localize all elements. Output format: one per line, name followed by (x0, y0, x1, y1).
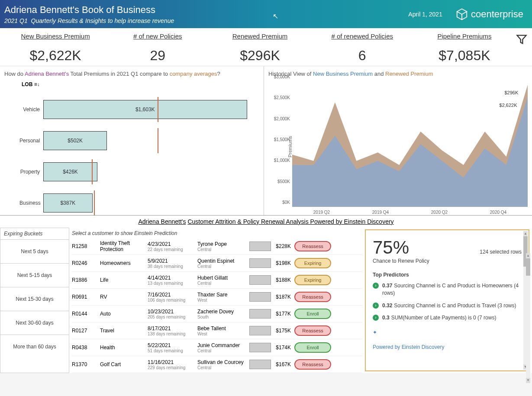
agent: Junie CommanderCentral (197, 342, 249, 353)
bucket-item[interactable]: Next 5-15 days (0, 263, 69, 287)
renew-percent: 75% (373, 237, 429, 258)
bar-row[interactable]: Business $387K (19, 187, 259, 219)
table-prompt: Select a customer to show Einstein Predi… (72, 228, 362, 238)
x-tick: 2019 Q4 (372, 210, 389, 215)
expiry-date: 10/23/2021205 days remaining (148, 309, 197, 319)
y-tick: $2,000K (274, 116, 290, 121)
kpi-renewed-premium[interactable]: Renewed Premium $296K (209, 32, 311, 64)
sparkline (249, 326, 271, 335)
renew-label: Chance to Renew Policy (373, 258, 429, 264)
filter-icon[interactable] (516, 33, 528, 45)
table-row[interactable]: R1258 Identity Theft Protection 4/23/202… (72, 238, 362, 255)
bar-category: Personal (19, 138, 43, 144)
bar-row[interactable]: Property $426K (19, 156, 259, 187)
sparkline (249, 292, 271, 302)
table-scrollbar[interactable]: ▲ ▼ (526, 253, 530, 383)
premium-value: $175K (273, 328, 294, 334)
table-row[interactable]: R0691 RV 7/16/2021106 days remaining Tha… (72, 289, 362, 306)
chart-callout: $296K (504, 90, 518, 95)
bar-category: Property (19, 169, 43, 175)
arrow-right-icon: › (373, 283, 379, 289)
table-row[interactable]: R1370 Golf Cart 11/16/2021229 days remai… (72, 356, 362, 373)
sparkline (249, 343, 271, 352)
bucket-item[interactable]: More than 60 days (0, 335, 69, 358)
premium-value: $187K (273, 294, 294, 300)
scroll-down-icon[interactable]: ▼ (526, 378, 530, 383)
policy-id: R0144 (72, 311, 100, 317)
action-pill-enroll[interactable]: Enroll (294, 309, 331, 319)
agent: Sullivan de CourceyCentral (197, 359, 249, 370)
agent: Tyrone PopeCentral (197, 241, 249, 252)
bar-category: Vehicle (19, 106, 43, 113)
bar-reference-line (158, 97, 158, 122)
expiring-buckets: Expiring Buckets Next 5 daysNext 5-15 da… (0, 228, 69, 373)
scroll-thumb[interactable] (526, 258, 530, 276)
predictor-item: › 0.32Sourcing Channel is C and Product … (373, 302, 522, 309)
sparkline (249, 275, 271, 285)
action-pill-enroll[interactable]: Enroll (294, 342, 331, 353)
bucket-item[interactable]: Next 5 days (0, 239, 69, 263)
kpi-renewed-policies[interactable]: # of renewed Policies 6 (311, 32, 413, 64)
sparkline (249, 360, 271, 369)
product: RV (100, 294, 148, 300)
expiry-date: 4/23/202122 days remaining (148, 241, 197, 252)
action-pill-reassess[interactable]: Reassess (294, 325, 331, 336)
x-tick: 2020 Q4 (490, 210, 506, 215)
kpi-new-policies[interactable]: # of new Policies 29 (106, 32, 209, 64)
scroll-up-icon[interactable]: ▲ (523, 231, 528, 236)
arrow-right-icon: › (373, 315, 379, 321)
report-date: April 1, 2021 (408, 11, 442, 18)
agent: Quentin EspinetCentral (197, 258, 249, 269)
policy-id: R0127 (72, 328, 100, 334)
einstein-panel: 75% Chance to Renew Policy 124 selected … (365, 229, 529, 371)
bar-reference-line (158, 128, 158, 153)
bar-row[interactable]: Personal $502K (19, 125, 259, 156)
kpi-new-business-premium[interactable]: New Business Premium $2,622K (4, 32, 106, 64)
x-tick: 2020 Q2 (431, 210, 448, 215)
scroll-up-icon[interactable]: ▲ (526, 253, 530, 258)
bucket-item[interactable]: Next 30-60 days (0, 311, 69, 335)
action-pill-reassess[interactable]: Reassess (294, 241, 331, 251)
chart-callout: $2,622K (500, 103, 517, 108)
powered-by-link[interactable]: Powered by Einstein Discovery (373, 344, 522, 350)
product: Identity Theft Protection (100, 240, 148, 252)
premium-value: $174K (273, 344, 294, 351)
policy-id: R1258 (72, 243, 100, 249)
y-tick: $3,000K (274, 74, 290, 79)
product: Golf Cart (100, 361, 148, 367)
table-row[interactable]: R0246 Homeowners 5/9/202138 days remaini… (72, 255, 362, 272)
table-row[interactable]: R0438 Health 5/22/202151 days remaining … (72, 339, 362, 356)
policy-id: R0246 (72, 260, 100, 266)
y-tick: $500K (277, 179, 290, 184)
header-bar: Adriena Bennett's Book of Business 2021 … (0, 0, 532, 28)
table-row[interactable]: R1886 Life 4/14/202113 days remaining Hu… (72, 272, 362, 289)
bucket-item[interactable]: Next 15-30 days (0, 287, 69, 311)
kpi-pipeline-premiums[interactable]: Pipeline Premiums $7,085K (413, 32, 516, 64)
product: Life (100, 277, 148, 283)
product: Travel (100, 328, 148, 334)
policy-id: R0438 (72, 344, 100, 351)
product: Auto (100, 311, 148, 317)
expiry-date: 11/16/2021229 days remaining (148, 359, 197, 370)
action-pill-expiring[interactable]: Expiring (294, 258, 331, 268)
expiry-date: 4/14/202113 days remaining (148, 275, 197, 286)
expiry-date: 7/16/2021106 days remaining (148, 292, 197, 303)
lob-sort-label[interactable]: LOB ≡↓ (22, 81, 259, 87)
table-row[interactable]: R0127 Travel 8/17/2021138 days remaining… (72, 322, 362, 339)
table-row[interactable]: R0144 Auto 10/23/2021205 days remaining … (72, 306, 362, 322)
premium-value: $167K (273, 361, 294, 367)
policy-id: R1886 (72, 277, 100, 283)
selected-rows: 124 selected rows (480, 249, 522, 255)
bar-chart-panel: How do Adriena Bennett's Total Premiums … (0, 66, 264, 215)
area-chart-svg[interactable] (292, 81, 528, 207)
action-pill-reassess[interactable]: Reassess (294, 292, 331, 302)
premium-value: $228K (273, 243, 294, 249)
bar-row[interactable]: Vehicle $1,603K (19, 94, 259, 125)
bar-reference-line (94, 190, 95, 216)
predictors-heading: Top Predictors (373, 272, 522, 278)
action-pill-expiring[interactable]: Expiring (294, 275, 331, 285)
y-tick: $1,500K (274, 137, 290, 142)
action-pill-reassess[interactable]: Reassess (294, 359, 331, 370)
premium-value: $198K (273, 260, 294, 266)
area-chart-panel: Historical View of New Business Premium … (264, 66, 532, 215)
